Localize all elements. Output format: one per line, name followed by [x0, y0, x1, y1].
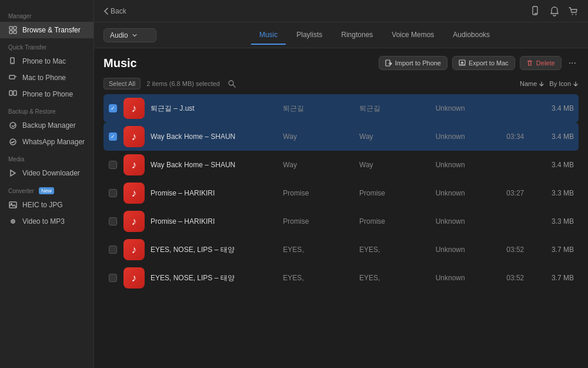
- sidebar-item-phone-to-phone[interactable]: Phone to Phone: [0, 86, 93, 102]
- dropdown-chevron-icon: [132, 32, 138, 38]
- sidebar-item-backup-manager[interactable]: Backup Manager: [0, 117, 93, 134]
- table-row[interactable]: ♪퇴근길 – J.ust퇴근길퇴근길Unknown3.4 MB: [103, 94, 579, 122]
- video-to-mp3-label: Video to MP3: [22, 217, 65, 226]
- music-title: EYES, NOSE, LIPS – 태양: [151, 273, 277, 283]
- music-thumbnail: ♪: [123, 183, 145, 204]
- sort-name-button[interactable]: Name: [520, 80, 544, 87]
- music-genre: Unknown: [436, 246, 492, 254]
- audio-type-dropdown[interactable]: Audio: [103, 28, 156, 42]
- sidebar-item-phone-to-mac[interactable]: Phone to Mac: [0, 53, 93, 69]
- action-buttons: Import to Phone Export to Mac Delete ···: [379, 55, 579, 71]
- row-checkbox[interactable]: [108, 245, 118, 254]
- import-icon: [385, 59, 392, 67]
- sidebar-item-whatsapp-manager[interactable]: WhatsApp Manager: [0, 134, 93, 150]
- sidebar-item-browse-transfer[interactable]: Browse & Transfer: [0, 22, 93, 38]
- music-title: Way Back Home – SHAUN: [151, 161, 277, 169]
- table-row[interactable]: ♪Way Back Home – SHAUNWayWayUnknown03:34…: [103, 122, 579, 151]
- music-artist: Way: [283, 161, 353, 169]
- sidebar-item-mac-to-phone[interactable]: Mac to Phone: [0, 69, 93, 86]
- tab-ringtones[interactable]: Ringtones: [333, 26, 381, 45]
- left-controls: Select All 2 items (6.8 MB) selected: [103, 78, 238, 89]
- manager-section-label: Manager: [0, 7, 93, 22]
- music-table: ♪퇴근길 – J.ust퇴근길퇴근길Unknown3.4 MB♪Way Back…: [94, 94, 588, 368]
- table-row[interactable]: ♪Promise – HARIKIRIPromisePromiseUnknown…: [103, 179, 579, 207]
- music-thumbnail: ♪: [123, 211, 145, 232]
- music-title: EYES, NOSE, LIPS – 태양: [151, 245, 277, 255]
- music-album: Way: [359, 161, 430, 169]
- row-checkbox[interactable]: [108, 188, 118, 198]
- music-album: 퇴근길: [359, 104, 430, 114]
- export-to-mac-button[interactable]: Export to Mac: [452, 56, 515, 70]
- tab-playlists[interactable]: Playlists: [288, 26, 330, 45]
- music-size: 3.7 MB: [539, 274, 574, 282]
- music-genre: Unknown: [436, 217, 492, 226]
- table-row[interactable]: ♪Way Back Home – SHAUNWayWayUnknown3.4 M…: [103, 151, 579, 179]
- row-checkbox[interactable]: [108, 104, 118, 113]
- music-genre: Unknown: [436, 274, 492, 282]
- table-row[interactable]: ♪EYES, NOSE, LIPS – 태양EYES,EYES,Unknown0…: [103, 236, 579, 264]
- heic-to-jpg-label: HEIC to JPG: [22, 201, 63, 209]
- svg-point-15: [11, 220, 15, 223]
- main-content: Back Audio Music Playlists Ringtones Voi…: [94, 0, 588, 368]
- music-title: Way Back Home – SHAUN: [151, 132, 277, 141]
- music-album: Way: [359, 132, 430, 141]
- sidebar: Manager Browse & Transfer Quick Transfer…: [0, 0, 94, 368]
- svg-rect-8: [9, 91, 12, 95]
- music-size: 3.4 MB: [539, 104, 574, 112]
- svg-rect-0: [9, 26, 12, 29]
- sort-icon-arrow-icon: [573, 81, 579, 87]
- music-album: EYES,: [359, 274, 430, 282]
- row-checkbox[interactable]: [108, 132, 118, 141]
- tab-audiobooks[interactable]: Audiobooks: [445, 26, 498, 45]
- music-artist: Way: [283, 132, 353, 141]
- export-icon: [459, 59, 466, 67]
- svg-marker-12: [11, 170, 15, 176]
- music-size: 3.7 MB: [539, 246, 574, 254]
- sort-icon-button[interactable]: By Icon: [549, 80, 579, 87]
- device-icon[interactable]: [530, 6, 541, 16]
- table-row[interactable]: ♪Promise – HARIKIRIPromisePromiseUnknown…: [103, 207, 579, 236]
- delete-button[interactable]: Delete: [520, 56, 562, 70]
- music-size: 3.4 MB: [539, 161, 574, 169]
- svg-rect-1: [14, 26, 16, 29]
- back-button[interactable]: Back: [103, 7, 126, 15]
- sort-name-arrow-icon: [539, 81, 544, 87]
- media-section-label: Media: [0, 150, 93, 165]
- music-artist: Promise: [283, 189, 353, 197]
- browse-transfer-icon: [8, 25, 18, 35]
- music-duration: 03:52: [497, 274, 533, 282]
- search-button[interactable]: [226, 78, 238, 89]
- music-size: 3.3 MB: [539, 189, 574, 197]
- tab-music[interactable]: Music: [251, 26, 286, 45]
- back-chevron-icon: [103, 8, 108, 15]
- cart-icon[interactable]: [568, 6, 579, 16]
- music-artist: 퇴근길: [283, 104, 353, 114]
- header-icons: [530, 6, 579, 16]
- video-downloader-label: Video Downloader: [22, 169, 80, 177]
- music-note-icon: ♪: [132, 216, 137, 228]
- sidebar-item-heic-to-jpg[interactable]: HEIC to JPG: [0, 197, 93, 213]
- svg-rect-6: [9, 75, 15, 79]
- delete-label: Delete: [536, 59, 555, 67]
- row-checkbox[interactable]: [108, 160, 118, 170]
- music-note-icon: ♪: [132, 187, 137, 200]
- sidebar-item-video-downloader[interactable]: Video Downloader: [0, 165, 93, 181]
- music-album: EYES,: [359, 246, 430, 254]
- music-artist: EYES,: [283, 274, 353, 282]
- svg-rect-2: [9, 31, 12, 34]
- notification-icon[interactable]: [549, 6, 560, 16]
- more-options-button[interactable]: ···: [566, 55, 579, 71]
- music-thumbnail: ♪: [123, 98, 145, 119]
- import-to-phone-button[interactable]: Import to Phone: [379, 56, 447, 70]
- row-checkbox[interactable]: [108, 217, 118, 226]
- table-controls: Select All 2 items (6.8 MB) selected Nam…: [94, 75, 588, 94]
- select-all-button[interactable]: Select All: [103, 78, 141, 89]
- tab-voice-memos[interactable]: Voice Memos: [383, 26, 442, 45]
- svg-rect-3: [14, 31, 16, 34]
- sidebar-item-video-to-mp3[interactable]: Video to MP3: [0, 213, 93, 230]
- music-thumbnail: ♪: [123, 267, 145, 289]
- row-checkbox[interactable]: [108, 273, 118, 283]
- whatsapp-icon: [8, 137, 18, 147]
- table-row[interactable]: ♪EYES, NOSE, LIPS – 태양EYES,EYES,Unknown0…: [103, 264, 579, 292]
- music-thumbnail: ♪: [123, 154, 145, 175]
